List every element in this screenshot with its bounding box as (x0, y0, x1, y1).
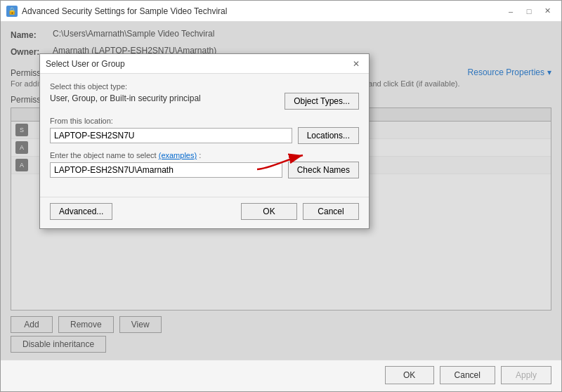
dialog-footer: Advanced... OK Cancel (40, 197, 369, 228)
select-user-group-dialog: Select User or Group ✕ Select this objec… (39, 53, 370, 229)
object-name-label: Enter the object name to select (example… (50, 151, 359, 159)
close-button[interactable]: ✕ (539, 4, 556, 18)
object-name-area: Enter the object name to select (example… (50, 151, 359, 178)
dialog-ok-button[interactable]: OK (241, 203, 297, 220)
dialog-close-button[interactable]: ✕ (349, 58, 363, 70)
check-names-button[interactable]: Check Names (288, 162, 359, 178)
ok-button[interactable]: OK (385, 366, 434, 384)
maximize-button[interactable]: □ (521, 4, 537, 18)
main-window-title: Advanced Security Settings for Sample Vi… (22, 6, 227, 16)
location-input[interactable] (50, 128, 292, 143)
apply-button[interactable]: Apply (501, 366, 551, 384)
locations-button[interactable]: Locations... (298, 127, 359, 144)
object-type-row: User, Group, or Built-in security princi… (50, 93, 359, 110)
main-title-bar: 🔒 Advanced Security Settings for Sample … (1, 1, 561, 22)
footer-buttons: OK Cancel Apply (1, 360, 561, 391)
location-section-label: From this location: (50, 117, 359, 125)
minimize-button[interactable]: – (502, 4, 519, 18)
object-types-button[interactable]: Object Types... (285, 93, 359, 110)
main-content-area: Name: C:\Users\Amarnath\Sample Video Tec… (1, 22, 561, 360)
advanced-button[interactable]: Advanced... (50, 203, 112, 220)
examples-link[interactable]: (examples) (159, 151, 197, 159)
dialog-title-bar: Select User or Group ✕ (40, 54, 369, 74)
object-type-value: User, Group, or Built-in security princi… (50, 93, 279, 103)
dialog-cancel-button[interactable]: Cancel (303, 203, 359, 220)
title-bar-controls: – □ ✕ (502, 4, 556, 18)
main-window-icon: 🔒 (6, 6, 18, 17)
dialog-content: Select this object type: User, Group, or… (40, 74, 369, 194)
object-name-input[interactable] (50, 162, 282, 178)
object-type-section-label: Select this object type: (50, 82, 359, 91)
main-window: 🔒 Advanced Security Settings for Sample … (0, 0, 562, 392)
object-name-row: Check Names (50, 162, 359, 178)
location-row: Locations... (50, 127, 359, 144)
dialog-title: Select User or Group (46, 59, 125, 69)
cancel-button[interactable]: Cancel (440, 366, 495, 384)
